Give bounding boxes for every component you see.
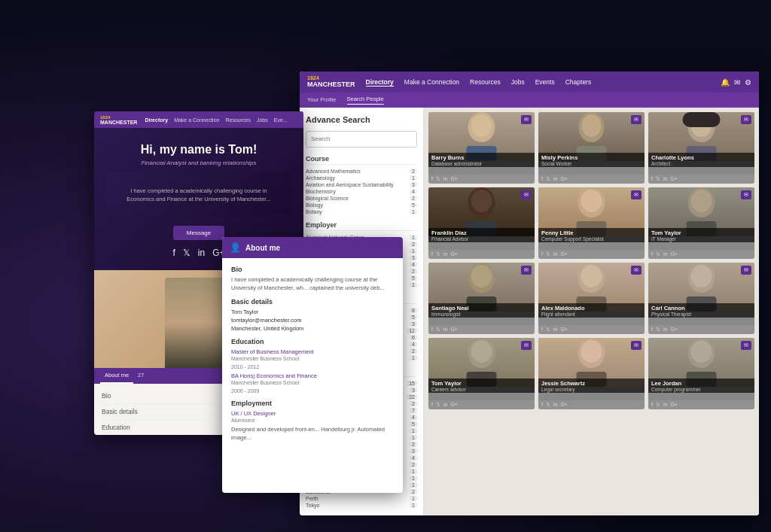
message-card-icon[interactable]: ✉ (741, 115, 751, 124)
twitter-icon[interactable]: 𝕏 (546, 327, 550, 333)
googleplus-icon[interactable]: G+ (560, 176, 568, 182)
facebook-icon[interactable]: f (651, 251, 653, 257)
tab-search-people[interactable]: Search People (347, 96, 384, 105)
googleplus-icon[interactable]: G+ (560, 327, 568, 333)
googleplus-icon[interactable]: G+ (670, 402, 678, 408)
person-card-misty[interactable]: Misty Perkins Social Worker f 𝕏 in G+ ✉ (538, 112, 645, 184)
message-card-icon[interactable]: ✉ (741, 190, 751, 199)
message-card-icon[interactable]: ✉ (521, 115, 532, 124)
settings-icon[interactable]: ⚙ (745, 78, 751, 87)
nav-link-chapters[interactable]: Chapters (565, 78, 592, 86)
nav-link-jobs[interactable]: Jobs (511, 78, 525, 86)
notification-icon[interactable]: 🔔 (721, 78, 730, 87)
googleplus-icon[interactable]: G+ (670, 327, 678, 333)
filter-item[interactable]: Advanced Mathematics2 (306, 168, 417, 175)
twitter-icon[interactable]: 𝕏 (436, 251, 440, 257)
tab-about-me[interactable]: About me (100, 368, 133, 384)
linkedin-icon[interactable]: in (443, 327, 447, 333)
person-card-charlotte[interactable]: Charlotte Lyons Architect f 𝕏 in G+ ✉ (648, 112, 754, 184)
filter-item[interactable]: Biology5 (306, 202, 417, 208)
twitter-icon[interactable]: 𝕏 (436, 327, 440, 333)
facebook-icon[interactable]: f (541, 176, 543, 182)
person-card-alex[interactable]: Alex Maldonado Flight attendant f 𝕏 in G… (538, 263, 645, 334)
person-card-tom2[interactable]: Tom Yaylor Careers advisor f 𝕏 in G+ ✉ (428, 338, 535, 409)
message-card-icon[interactable]: ✉ (521, 341, 532, 350)
twitter-icon[interactable]: 𝕏 (656, 327, 660, 333)
filter-item[interactable]: Biochemistry4 (306, 188, 417, 195)
linkedin-icon[interactable]: in (443, 251, 447, 257)
message-card-icon[interactable]: ✉ (741, 266, 751, 275)
facebook-icon[interactable]: f (541, 327, 543, 333)
pw-nav-jobs[interactable]: Jobs (257, 117, 268, 123)
person-card-franklin[interactable]: Franklin Diaz Financial Advisor f 𝕏 in G… (428, 187, 535, 259)
nav-link-events[interactable]: Events (535, 78, 555, 86)
googleplus-icon[interactable]: G+ (450, 402, 458, 408)
filter-item[interactable]: Perth1 (306, 495, 417, 502)
linkedin-icon[interactable]: in (553, 251, 557, 257)
linkedin-icon[interactable]: in (443, 176, 447, 182)
filter-item[interactable]: Botany1 (306, 208, 417, 215)
twitter-icon[interactable]: 𝕏 (656, 176, 660, 182)
emp-link[interactable]: UK / UX Designer (231, 410, 394, 417)
pw-nav-directory[interactable]: Directory (145, 117, 168, 123)
message-card-icon[interactable]: ✉ (631, 266, 641, 275)
message-card-icon[interactable]: ✉ (521, 266, 532, 275)
twitter-icon[interactable]: 𝕏 (656, 251, 660, 257)
googleplus-icon[interactable]: G+ (560, 402, 568, 408)
linkedin-icon[interactable]: in (553, 176, 557, 182)
edu1-link[interactable]: Master of Business Management (231, 348, 394, 355)
facebook-icon[interactable]: f (431, 402, 433, 408)
message-card-icon[interactable]: ✉ (631, 341, 641, 350)
facebook-icon[interactable]: f (651, 327, 653, 333)
person-card-barry[interactable]: Barry Burns Database administrator f 𝕏 i… (428, 112, 535, 184)
facebook-icon[interactable]: f (541, 251, 543, 257)
linkedin-icon[interactable]: in (553, 327, 557, 333)
person-card-penny[interactable]: Penny Little Computer Support Specialist… (538, 187, 645, 259)
linkedin-icon[interactable]: in (553, 402, 557, 408)
googleplus-icon[interactable]: G+ (560, 251, 568, 257)
linkedin-link[interactable]: in (198, 248, 205, 258)
person-card-tom[interactable]: Tom Yaylor IT Manager f 𝕏 in G+ ✉ (648, 187, 754, 259)
twitter-icon[interactable]: 𝕏 (546, 402, 550, 408)
message-icon[interactable]: ✉ (734, 78, 740, 87)
person-card-jessie[interactable]: Jessie Schwartz Legal secretary f 𝕏 in G… (538, 338, 645, 409)
googleplus-icon[interactable]: G+ (670, 176, 678, 182)
facebook-icon[interactable]: f (651, 176, 653, 182)
message-card-icon[interactable]: ✉ (631, 115, 641, 124)
twitter-link[interactable]: 𝕏 (183, 248, 190, 258)
twitter-icon[interactable]: 𝕏 (546, 176, 550, 182)
person-card-carl[interactable]: Carl Cannon Physical Therapist f 𝕏 in G+… (648, 263, 754, 334)
filter-item[interactable]: Biological Science2 (306, 195, 417, 202)
facebook-icon[interactable]: f (541, 402, 543, 408)
tab-connections-count[interactable]: 27 (133, 368, 148, 384)
nav-link-resources[interactable]: Resources (470, 78, 501, 86)
linkedin-icon[interactable]: in (663, 327, 667, 333)
twitter-icon[interactable]: 𝕏 (656, 402, 660, 408)
linkedin-icon[interactable]: in (663, 402, 667, 408)
googleplus-icon[interactable]: G+ (450, 251, 458, 257)
facebook-icon[interactable]: f (431, 176, 433, 182)
facebook-icon[interactable]: f (431, 251, 433, 257)
message-card-icon[interactable]: ✉ (741, 341, 751, 350)
filter-item[interactable]: Tokyo1 (306, 502, 417, 509)
linkedin-icon[interactable]: in (663, 176, 667, 182)
googleplus-icon[interactable]: G+ (670, 251, 678, 257)
linkedin-icon[interactable]: in (443, 402, 447, 408)
filter-item[interactable]: Archaeology1 (306, 175, 417, 181)
facebook-icon[interactable]: f (431, 327, 433, 333)
googleplus-icon[interactable]: G+ (450, 176, 458, 182)
tab-your-profile[interactable]: Your Profile (307, 96, 337, 105)
twitter-icon[interactable]: 𝕏 (436, 176, 440, 182)
twitter-icon[interactable]: 𝕏 (546, 251, 550, 257)
pw-nav-resources[interactable]: Resources (225, 117, 250, 123)
facebook-link[interactable]: f (172, 248, 175, 258)
twitter-icon[interactable]: 𝕏 (436, 402, 440, 408)
edu2-link[interactable]: BA Hons) Economics and Finance (231, 372, 394, 379)
nav-link-connection[interactable]: Make a Connection (404, 78, 459, 86)
pw-nav-events[interactable]: Eve... (274, 117, 288, 123)
message-card-icon[interactable]: ✉ (521, 190, 532, 199)
linkedin-icon[interactable]: in (663, 251, 667, 257)
filter-item[interactable]: Aviation and Aerospace Sustainability3 (306, 181, 417, 188)
googleplus-icon[interactable]: G+ (450, 327, 458, 333)
person-card-lee[interactable]: Lee Jordan Computer programmer f 𝕏 in G+… (648, 338, 754, 409)
